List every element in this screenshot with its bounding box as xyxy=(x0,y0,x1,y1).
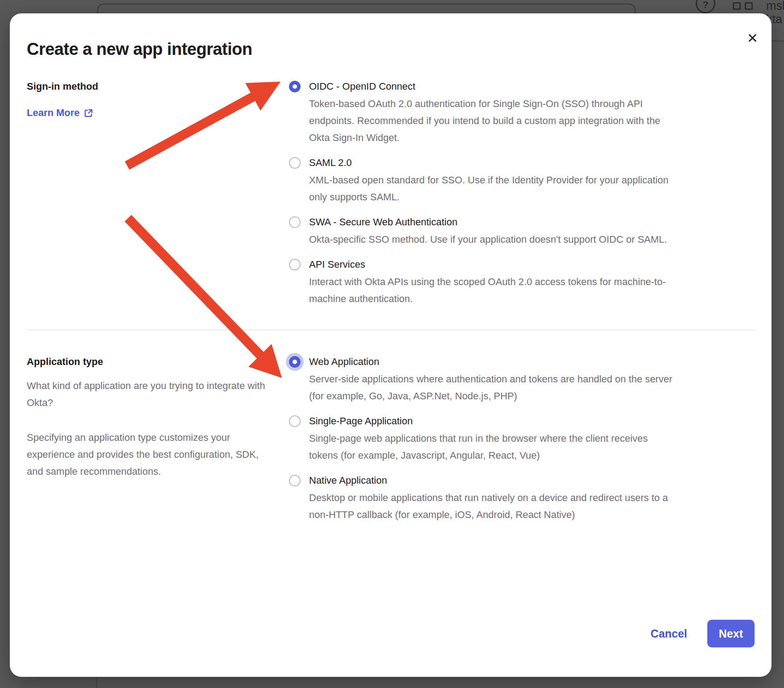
signin-option-swa[interactable]: SWA - Secure Web Authentication Okta-spe… xyxy=(289,213,755,248)
option-description: Desktop or mobile applications that run … xyxy=(309,489,675,523)
option-label: Native Application xyxy=(309,472,675,489)
close-icon[interactable]: ✕ xyxy=(747,31,758,46)
radio-native-application[interactable] xyxy=(289,475,301,486)
section-divider xyxy=(27,330,755,330)
radio-saml-2-0[interactable] xyxy=(289,157,301,169)
option-description: Server-side applications where authentic… xyxy=(309,371,675,405)
option-label: SWA - Secure Web Authentication xyxy=(309,213,667,231)
radio-oidc-openid-connect[interactable] xyxy=(289,81,301,92)
signin-method-heading: Sign-in method xyxy=(27,78,289,95)
radio-web-application[interactable] xyxy=(289,356,301,368)
option-description: Token-based OAuth 2.0 authentication for… xyxy=(309,95,675,146)
apps-grid-icon xyxy=(733,2,753,10)
create-app-integration-dialog: ✕ Create a new app integration Sign-in m… xyxy=(10,13,772,677)
next-button[interactable]: Next xyxy=(707,620,755,647)
apptype-option-web-application[interactable]: Web Application Server-side applications… xyxy=(289,353,755,405)
learn-more-label: Learn More xyxy=(27,104,80,122)
application-type-section: Application type What kind of applicatio… xyxy=(27,353,755,531)
learn-more-link[interactable]: Learn More xyxy=(27,104,93,122)
signin-method-section: Sign-in method Learn More OIDC - OpenID … xyxy=(27,78,755,315)
background-divider xyxy=(772,41,784,41)
option-label: API Services xyxy=(309,256,675,274)
external-link-icon xyxy=(84,108,93,118)
account-text-line: msh xyxy=(766,0,784,12)
cancel-button[interactable]: Cancel xyxy=(651,627,687,640)
radio-api-services[interactable] xyxy=(289,259,301,270)
radio-single-page-application[interactable] xyxy=(289,415,301,427)
signin-option-saml[interactable]: SAML 2.0 XML-based open standard for SSO… xyxy=(289,154,755,206)
signin-method-options: OIDC - OpenID Connect Token-based OAuth … xyxy=(289,78,755,315)
signin-method-left-column: Sign-in method Learn More xyxy=(27,78,289,315)
option-label: Web Application xyxy=(309,353,675,371)
option-description: Interact with Okta APIs using the scoped… xyxy=(309,274,675,307)
option-label: OIDC - OpenID Connect xyxy=(309,78,675,95)
apps-grid-square xyxy=(733,2,741,10)
signin-option-api-services[interactable]: API Services Interact with Okta APIs usi… xyxy=(289,256,755,307)
apps-grid-square xyxy=(745,2,753,10)
option-description: XML-based open standard for SSO. Use if … xyxy=(309,172,675,206)
dialog-footer: Cancel Next xyxy=(27,620,755,647)
application-type-left-column: Application type What kind of applicatio… xyxy=(27,353,289,531)
option-label: SAML 2.0 xyxy=(309,154,675,172)
application-type-heading: Application type xyxy=(27,353,289,371)
radio-swa-secure-web-authentication[interactable] xyxy=(289,216,301,228)
application-type-note: Specifying an application type customize… xyxy=(27,429,259,480)
application-type-options: Web Application Server-side applications… xyxy=(289,353,755,531)
dialog-title: Create a new app integration xyxy=(27,38,755,60)
apptype-option-native-application[interactable]: Native Application Desktop or mobile app… xyxy=(289,472,755,523)
help-icon: ? xyxy=(696,0,715,13)
application-type-question: What kind of application are you trying … xyxy=(27,377,279,411)
apptype-option-single-page-application[interactable]: Single-Page Application Single-page web … xyxy=(289,412,755,464)
signin-option-oidc[interactable]: OIDC - OpenID Connect Token-based OAuth … xyxy=(289,78,755,146)
option-description: Single-page web applications that run in… xyxy=(309,430,675,464)
option-label: Single-Page Application xyxy=(309,412,675,430)
background-divider xyxy=(96,677,97,688)
option-description: Okta-specific SSO method. Use if your ap… xyxy=(309,231,667,248)
